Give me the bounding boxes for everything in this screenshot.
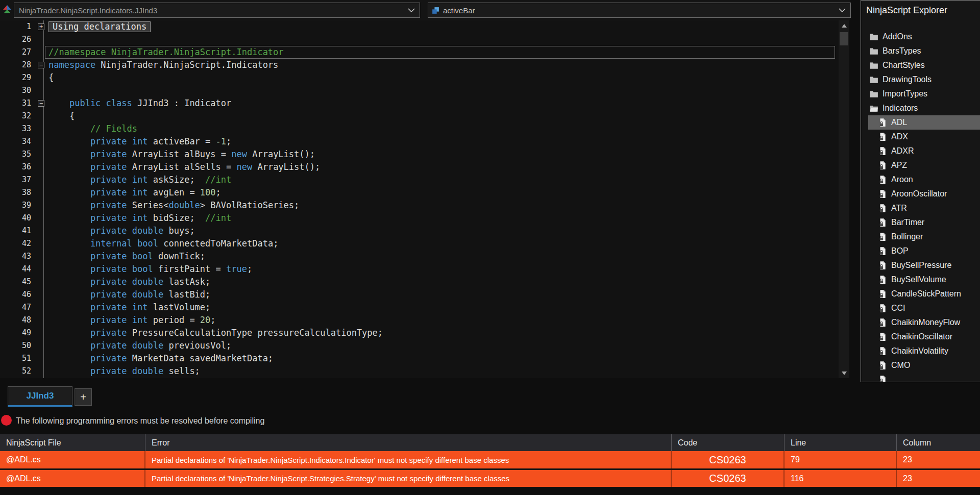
tree-item-aroonoscillator[interactable]: AroonOscillator: [861, 187, 980, 201]
member-dropdown[interactable]: activeBar: [428, 3, 851, 18]
tree-item-adx[interactable]: ADX: [861, 130, 980, 144]
tree-item-importtypes[interactable]: ImportTypes: [861, 87, 980, 101]
fold-margin: [31, 365, 48, 378]
code-line[interactable]: 52private double sells;: [0, 365, 839, 378]
tree-item-barstypes[interactable]: BarsTypes: [861, 44, 980, 58]
tree-item-addons[interactable]: AddOns: [861, 30, 980, 44]
fold-margin: −: [31, 97, 48, 110]
column-header-file[interactable]: NinjaScript File: [0, 434, 145, 451]
code-line[interactable]: 50private double previousVol;: [0, 339, 839, 352]
tree-item-label: AddOns: [883, 32, 912, 41]
code-editor[interactable]: 1+Using declarations2627//namespace Ninj…: [0, 20, 839, 378]
error-table-body: @ADL.csPartial declarations of 'NinjaTra…: [0, 451, 980, 487]
code-line[interactable]: 36private ArrayList alSells = new ArrayL…: [0, 161, 839, 174]
code-line[interactable]: 31−public class JJInd3 : Indicator: [0, 97, 839, 110]
code-line[interactable]: 28−namespace NinjaTrader.NinjaScript.Ind…: [0, 59, 839, 71]
collapse-region-icon[interactable]: −: [38, 100, 44, 107]
tree-item-adl[interactable]: ADL: [868, 115, 980, 130]
tree-item-bartimer[interactable]: BarTimer: [861, 215, 980, 230]
code-line[interactable]: 37private int askSize; //int: [0, 174, 839, 186]
tree-item-drawingtools[interactable]: DrawingTools: [861, 72, 980, 87]
line-number: 45: [0, 276, 31, 288]
tree-item-label: CCI: [891, 304, 905, 313]
tree-item-partial[interactable]: [861, 373, 980, 382]
code-line[interactable]: 47private int lastVolume;: [0, 301, 839, 314]
code-line[interactable]: 1+Using declarations: [0, 20, 839, 33]
code-line[interactable]: 41private double buys;: [0, 225, 839, 237]
plus-icon: +: [80, 391, 86, 403]
code-text: public class JJInd3 : Indicator: [48, 97, 231, 110]
tree-item-buysellpressure[interactable]: BuySellPressure: [861, 258, 980, 273]
collapsed-region[interactable]: Using declarations: [48, 21, 151, 32]
folder-icon: [869, 32, 878, 41]
scope-dropdown[interactable]: NinjaTrader.NinjaScript.Indicators.JJInd…: [14, 3, 420, 18]
scroll-up-icon[interactable]: [839, 20, 849, 31]
code-text: private double lastBid;: [48, 288, 210, 301]
line-number: 29: [0, 71, 31, 84]
explorer-tree: AddOnsBarsTypesChartStylesDrawingToolsIm…: [861, 30, 980, 382]
code-line[interactable]: 49private PressureCalculationType pressu…: [0, 327, 839, 339]
fold-margin: [31, 314, 48, 327]
code-line[interactable]: 48private int period = 20;: [0, 314, 839, 327]
tree-item-atr[interactable]: ATR: [861, 201, 980, 215]
column-header-code[interactable]: Code: [672, 434, 785, 451]
error-row[interactable]: @ADL.csPartial declarations of 'NinjaTra…: [0, 470, 980, 487]
column-header-line[interactable]: Line: [785, 434, 897, 451]
tree-item-buysellvolume[interactable]: BuySellVolume: [861, 273, 980, 287]
fold-margin: [31, 263, 48, 276]
tab-jjind3[interactable]: JJInd3: [8, 386, 72, 407]
fold-margin: [31, 339, 48, 352]
code-text: private double buys;: [48, 225, 195, 237]
new-tab-button[interactable]: +: [75, 388, 92, 406]
collapse-region-icon[interactable]: −: [38, 62, 44, 68]
tree-item-chaikinvolatility[interactable]: ChaikinVolatility: [861, 344, 980, 358]
tree-item-chaikinoscillator[interactable]: ChaikinOscillator: [861, 330, 980, 344]
tree-item-apz[interactable]: APZ: [861, 158, 980, 172]
tree-item-cci[interactable]: CCI: [861, 301, 980, 315]
column-header-column[interactable]: Column: [897, 434, 980, 451]
column-header-error[interactable]: Error: [145, 434, 672, 451]
code-line[interactable]: 39private Series<double> BAVolRatioSerie…: [0, 199, 839, 212]
scrollbar-thumb[interactable]: [840, 32, 848, 45]
tree-item-chaikinmoneyflow[interactable]: ChaikinMoneyFlow: [861, 315, 980, 330]
error-table-header: NinjaScript File Error Code Line Column: [0, 434, 980, 451]
scroll-down-icon[interactable]: [839, 368, 849, 378]
tree-item-indicators[interactable]: Indicators: [861, 101, 980, 115]
code-line[interactable]: 42internal bool connectedToMarketData;: [0, 237, 839, 250]
tree-item-label: ImportTypes: [883, 89, 927, 98]
tree-item-adxr[interactable]: ADXR: [861, 144, 980, 158]
code-line[interactable]: 45private double lastAsk;: [0, 276, 839, 288]
code-line[interactable]: 38private int avgLen = 100;: [0, 186, 839, 199]
tree-item-cmo[interactable]: CMO: [861, 358, 980, 373]
expand-region-icon[interactable]: +: [38, 23, 44, 30]
tree-item-candlestickpattern[interactable]: CandleStickPattern: [861, 287, 980, 301]
code-line[interactable]: 33// Fields: [0, 122, 839, 135]
code-line[interactable]: 40private int bidSize; //int: [0, 212, 839, 225]
tab-label: JJInd3: [27, 391, 54, 401]
fold-margin: [31, 186, 48, 199]
code-line[interactable]: 43private bool downTick;: [0, 250, 839, 263]
line-number: 27: [0, 46, 31, 59]
error-row[interactable]: @ADL.csPartial declarations of 'NinjaTra…: [0, 451, 980, 470]
code-line[interactable]: 35private ArrayList alBuys = new ArrayLi…: [0, 148, 839, 161]
code-line[interactable]: 27//namespace NinjaTrader.NinjaScript.In…: [0, 46, 839, 59]
code-line[interactable]: 44private bool firstPaint = true;: [0, 263, 839, 276]
code-line[interactable]: 51private MarketData savedMarketData;: [0, 352, 839, 365]
code-line[interactable]: 46private double lastBid;: [0, 288, 839, 301]
line-number: 49: [0, 327, 31, 339]
code-text: // Fields: [48, 122, 137, 135]
tree-item-bop[interactable]: BOP: [861, 244, 980, 258]
code-text: private int activeBar = -1;: [48, 135, 231, 148]
tree-item-chartstyles[interactable]: ChartStyles: [861, 58, 980, 72]
script-file-icon: [878, 346, 887, 356]
tree-item-aroon[interactable]: Aroon: [861, 172, 980, 187]
code-line[interactable]: 29{: [0, 71, 839, 84]
code-line[interactable]: 32{: [0, 110, 839, 122]
code-line[interactable]: 34private int activeBar = -1;: [0, 135, 839, 148]
code-line[interactable]: 26: [0, 33, 839, 46]
code-text: {: [48, 110, 75, 122]
editor-scrollbar[interactable]: [839, 20, 849, 378]
code-line[interactable]: 30: [0, 84, 839, 97]
line-number: 39: [0, 199, 31, 212]
tree-item-bollinger[interactable]: Bollinger: [861, 230, 980, 244]
